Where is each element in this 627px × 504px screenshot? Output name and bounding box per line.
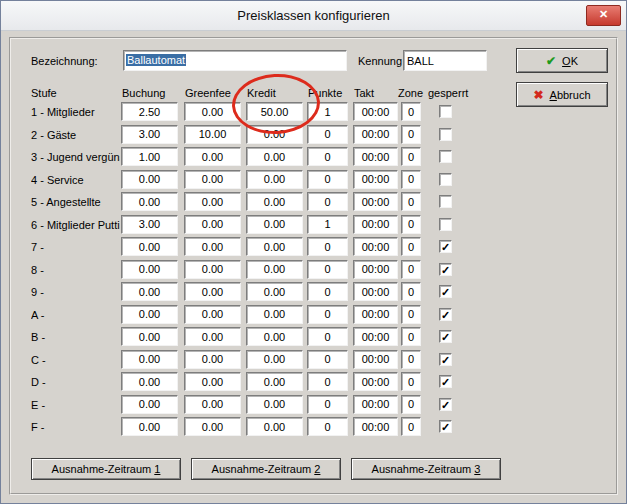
- zone-input[interactable]: [401, 327, 421, 346]
- zone-input[interactable]: [401, 395, 421, 414]
- punkte-input[interactable]: [307, 237, 348, 256]
- greenfee-input[interactable]: [184, 305, 241, 324]
- kredit-input[interactable]: [246, 372, 303, 391]
- kredit-input[interactable]: [246, 282, 303, 301]
- kredit-input[interactable]: [246, 215, 303, 234]
- zone-input[interactable]: [401, 192, 421, 211]
- punkte-input[interactable]: [307, 215, 348, 234]
- kennung-input[interactable]: [403, 50, 487, 71]
- kredit-input[interactable]: [246, 192, 303, 211]
- punkte-input[interactable]: [307, 305, 348, 324]
- takt-input[interactable]: [353, 327, 398, 346]
- kredit-input[interactable]: [246, 147, 303, 166]
- gesperrt-checkbox[interactable]: [439, 105, 452, 118]
- gesperrt-checkbox[interactable]: [439, 195, 452, 208]
- greenfee-input[interactable]: [184, 170, 241, 189]
- punkte-input[interactable]: [307, 282, 348, 301]
- gesperrt-checkbox[interactable]: ✓: [439, 420, 452, 433]
- gesperrt-checkbox[interactable]: ✓: [439, 330, 452, 343]
- greenfee-input[interactable]: [184, 282, 241, 301]
- gesperrt-checkbox[interactable]: ✓: [439, 353, 452, 366]
- gesperrt-checkbox[interactable]: ✓: [439, 375, 452, 388]
- takt-input[interactable]: [353, 395, 398, 414]
- gesperrt-checkbox[interactable]: ✓: [439, 263, 452, 276]
- punkte-input[interactable]: [307, 327, 348, 346]
- buchung-input[interactable]: [121, 237, 178, 256]
- punkte-input[interactable]: [307, 372, 348, 391]
- punkte-input[interactable]: [307, 417, 348, 436]
- buchung-input[interactable]: [121, 327, 178, 346]
- kredit-input[interactable]: [246, 102, 303, 121]
- kredit-input[interactable]: [246, 350, 303, 369]
- ok-button[interactable]: ✔ OK: [516, 48, 608, 73]
- zone-input[interactable]: [401, 102, 421, 121]
- buchung-input[interactable]: [121, 215, 178, 234]
- buchung-input[interactable]: [121, 192, 178, 211]
- close-button[interactable]: ✕: [586, 5, 621, 26]
- punkte-input[interactable]: [307, 102, 348, 121]
- greenfee-input[interactable]: [184, 192, 241, 211]
- zone-input[interactable]: [401, 170, 421, 189]
- takt-input[interactable]: [353, 282, 398, 301]
- takt-input[interactable]: [353, 147, 398, 166]
- kredit-input[interactable]: [246, 305, 303, 324]
- takt-input[interactable]: [353, 260, 398, 279]
- greenfee-input[interactable]: [184, 147, 241, 166]
- zone-input[interactable]: [401, 372, 421, 391]
- gesperrt-checkbox[interactable]: ✓: [439, 308, 452, 321]
- takt-input[interactable]: [353, 170, 398, 189]
- greenfee-input[interactable]: [184, 215, 241, 234]
- kredit-input[interactable]: [246, 260, 303, 279]
- greenfee-input[interactable]: [184, 417, 241, 436]
- buchung-input[interactable]: [121, 395, 178, 414]
- kredit-input[interactable]: [246, 395, 303, 414]
- buchung-input[interactable]: [121, 305, 178, 324]
- gesperrt-checkbox[interactable]: [439, 150, 452, 163]
- buchung-input[interactable]: [121, 102, 178, 121]
- punkte-input[interactable]: [307, 192, 348, 211]
- bezeichnung-input[interactable]: Ballautomat: [123, 50, 347, 71]
- kredit-input[interactable]: [246, 237, 303, 256]
- greenfee-input[interactable]: [184, 102, 241, 121]
- takt-input[interactable]: [353, 215, 398, 234]
- takt-input[interactable]: [353, 350, 398, 369]
- punkte-input[interactable]: [307, 260, 348, 279]
- ausnahme-zeitraum-1-button[interactable]: Ausnahme-Zeitraum 1: [31, 458, 181, 480]
- zone-input[interactable]: [401, 260, 421, 279]
- punkte-input[interactable]: [307, 147, 348, 166]
- zone-input[interactable]: [401, 147, 421, 166]
- buchung-input[interactable]: [121, 147, 178, 166]
- gesperrt-checkbox[interactable]: ✓: [439, 285, 452, 298]
- takt-input[interactable]: [353, 192, 398, 211]
- zone-input[interactable]: [401, 237, 421, 256]
- gesperrt-checkbox[interactable]: ✓: [439, 240, 452, 253]
- buchung-input[interactable]: [121, 282, 178, 301]
- takt-input[interactable]: [353, 102, 398, 121]
- kredit-input[interactable]: [246, 327, 303, 346]
- ausnahme-zeitraum-3-button[interactable]: Ausnahme-Zeitraum 3: [351, 458, 501, 480]
- ausnahme-zeitraum-2-button[interactable]: Ausnahme-Zeitraum 2: [191, 458, 341, 480]
- buchung-input[interactable]: [121, 350, 178, 369]
- punkte-input[interactable]: [307, 395, 348, 414]
- punkte-input[interactable]: [307, 350, 348, 369]
- buchung-input[interactable]: [121, 417, 178, 436]
- greenfee-input[interactable]: [184, 327, 241, 346]
- zone-input[interactable]: [401, 282, 421, 301]
- zone-input[interactable]: [401, 125, 421, 144]
- takt-input[interactable]: [353, 237, 398, 256]
- takt-input[interactable]: [353, 305, 398, 324]
- greenfee-input[interactable]: [184, 350, 241, 369]
- punkte-input[interactable]: [307, 170, 348, 189]
- takt-input[interactable]: [353, 417, 398, 436]
- zone-input[interactable]: [401, 350, 421, 369]
- buchung-input[interactable]: [121, 372, 178, 391]
- kredit-input[interactable]: [246, 125, 303, 144]
- gesperrt-checkbox[interactable]: [439, 218, 452, 231]
- kredit-input[interactable]: [246, 170, 303, 189]
- gesperrt-checkbox[interactable]: [439, 173, 452, 186]
- buchung-input[interactable]: [121, 170, 178, 189]
- gesperrt-checkbox[interactable]: [439, 128, 452, 141]
- greenfee-input[interactable]: [184, 260, 241, 279]
- punkte-input[interactable]: [307, 125, 348, 144]
- buchung-input[interactable]: [121, 260, 178, 279]
